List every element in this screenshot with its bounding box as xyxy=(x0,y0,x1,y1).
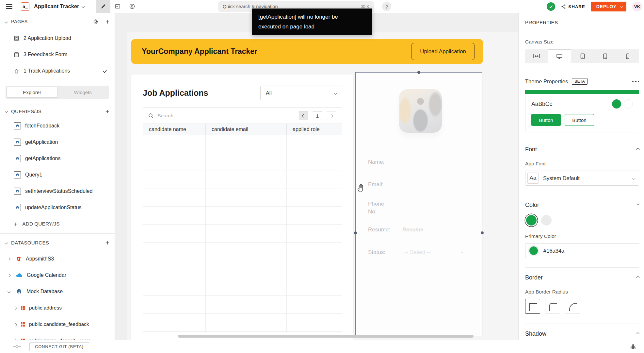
canvas-size-phone-option[interactable] xyxy=(617,49,639,63)
canvas-size-fluid-option[interactable] xyxy=(525,49,548,63)
sidebar-item-query-updateapplicationstatus[interactable]: updateApplicationStatus xyxy=(0,199,115,216)
expand-chevron-right-icon[interactable] xyxy=(14,305,17,311)
app-title[interactable]: Applicant Tracker xyxy=(34,3,79,9)
status-chevron-down-icon[interactable] xyxy=(460,250,464,254)
sidebar-item-datasource-mock-database[interactable]: Mock Database xyxy=(0,283,115,300)
hamburger-menu-icon[interactable] xyxy=(6,4,12,9)
table-row[interactable] xyxy=(143,207,342,225)
resume-link[interactable]: Resume xyxy=(402,227,423,233)
tab-widgets[interactable]: Widgets xyxy=(58,87,108,98)
table-row[interactable] xyxy=(143,189,342,207)
table-row[interactable] xyxy=(143,260,342,278)
connect-git-button[interactable]: CONNECT GIT (BETA) xyxy=(29,342,89,351)
resize-handle-top[interactable] xyxy=(417,71,420,74)
sidebar-item-query-query1[interactable]: Query1 xyxy=(0,167,115,183)
column-header[interactable]: applied role xyxy=(287,124,342,135)
expand-chevron-right-icon[interactable] xyxy=(14,338,17,340)
sidebar-item-query-fetchfeedback[interactable]: fetchFeedback xyxy=(0,118,115,134)
share-button[interactable]: SHARE xyxy=(561,4,585,9)
table-search-input[interactable] xyxy=(157,113,299,119)
detail-container-widget[interactable]: Name: Email: Phone No: Resume: Resume St… xyxy=(355,72,482,336)
collapse-chevron-down-icon[interactable] xyxy=(8,291,12,293)
app-font-select[interactable]: Aa System Default xyxy=(525,171,639,186)
theme-secondary-dot[interactable] xyxy=(624,99,633,109)
color-section-header[interactable]: Color xyxy=(525,202,639,209)
app-header-banner[interactable]: YourCompany Applicant Tracker Upload App… xyxy=(131,39,483,64)
previous-page-button[interactable] xyxy=(299,111,308,120)
table-row[interactable] xyxy=(143,314,342,332)
debug-bug-icon[interactable] xyxy=(630,344,636,350)
expand-chevron-right-icon[interactable] xyxy=(14,321,17,327)
user-avatar[interactable]: VK xyxy=(632,2,642,11)
queries-section-header[interactable]: QUERIES/JS + xyxy=(0,105,115,118)
edit-mode-button[interactable] xyxy=(96,0,110,13)
theme-outline-button-preview[interactable]: Button xyxy=(565,114,594,126)
app-title-chevron-down-icon[interactable] xyxy=(82,5,85,8)
table-row[interactable] xyxy=(143,135,342,153)
font-section-header[interactable]: Font xyxy=(525,146,639,153)
datasources-section-header[interactable]: DATASOURCES + xyxy=(0,234,115,251)
help-button[interactable]: ? xyxy=(382,2,391,11)
sidebar-item-page-application-upload[interactable]: 2 Application Upload xyxy=(0,30,115,46)
sidebar-item-table-public-candidate-feedback[interactable]: public.candidate_feedback xyxy=(0,316,115,332)
column-header[interactable]: candidate email xyxy=(206,124,287,135)
sidebar-item-table-public-demo-deposit-users[interactable]: public.demo_deposit_users xyxy=(0,332,115,340)
deploy-button[interactable]: DEPLOY xyxy=(591,2,626,11)
sidebar-item-query-getapplications[interactable]: getApplications xyxy=(0,150,115,167)
sidebar-item-page-feedback-form[interactable]: 3 Feeedback Form xyxy=(0,46,115,63)
preview-mode-button[interactable] xyxy=(125,0,139,13)
canvas[interactable]: YourCompany Applicant Tracker Upload App… xyxy=(115,13,518,340)
pages-settings-gear-icon[interactable] xyxy=(93,19,98,24)
table-row[interactable] xyxy=(143,225,342,243)
horizontal-scrollbar[interactable] xyxy=(178,335,474,338)
expand-chevron-right-icon[interactable] xyxy=(8,258,12,260)
upload-application-button[interactable]: Upload Application xyxy=(411,43,475,60)
status-filter-select[interactable]: All xyxy=(260,86,342,100)
green-color-swatch[interactable] xyxy=(526,215,537,226)
pages-section-header[interactable]: PAGES + xyxy=(0,13,115,30)
border-radius-sharp-option[interactable] xyxy=(525,299,540,314)
primary-color-input[interactable]: #16a34a xyxy=(525,243,639,258)
status-select[interactable]: -- Select -- xyxy=(405,249,430,256)
add-page-button[interactable]: + xyxy=(105,18,109,25)
font-collapse-chevron-up-icon[interactable] xyxy=(636,148,640,151)
canvas-size-desktop-option[interactable] xyxy=(548,49,571,63)
theme-more-options-icon[interactable] xyxy=(632,81,639,82)
canvas-size-tablet-option[interactable] xyxy=(594,49,616,63)
expand-chevron-right-icon[interactable] xyxy=(8,274,12,277)
comments-mode-button[interactable] xyxy=(110,0,125,13)
page-number[interactable]: 1 xyxy=(313,111,322,120)
sidebar-item-page-track-applications[interactable]: 1 Track Applications xyxy=(0,63,115,79)
add-query-js-button[interactable]: + ADD QUERY/JS xyxy=(0,216,115,232)
gray-color-swatch[interactable] xyxy=(541,215,552,226)
canvas-size-tablet-large-option[interactable] xyxy=(571,49,594,63)
theme-accent-dot[interactable] xyxy=(612,99,621,109)
datasources-collapse-chevron-icon[interactable] xyxy=(5,241,8,244)
resize-handle-left[interactable] xyxy=(354,231,357,234)
sidebar-item-datasource-google-calendar[interactable]: Google Calendar xyxy=(0,267,115,283)
tab-explorer[interactable]: Explorer xyxy=(7,87,58,98)
sidebar-item-query-getapplication[interactable]: getApplication xyxy=(0,134,115,150)
border-section-header[interactable]: Border xyxy=(525,274,639,281)
color-collapse-chevron-up-icon[interactable] xyxy=(636,204,640,207)
table-row[interactable] xyxy=(143,171,342,189)
shadow-collapse-chevron-up-icon[interactable] xyxy=(636,332,640,336)
border-radius-rounded-option[interactable] xyxy=(545,299,560,314)
column-header[interactable]: candidate name xyxy=(143,124,206,135)
border-radius-round-option[interactable] xyxy=(565,299,580,314)
app-logo[interactable]: a_ xyxy=(21,2,29,11)
add-datasource-button[interactable]: + xyxy=(105,239,109,246)
sidebar-item-datasource-appsmiths3[interactable]: AppsmithS3 xyxy=(0,251,115,267)
shadow-section-header[interactable]: Shadow xyxy=(525,330,639,337)
table-row[interactable] xyxy=(143,278,342,296)
border-collapse-chevron-up-icon[interactable] xyxy=(636,276,640,279)
next-page-button[interactable] xyxy=(327,111,336,120)
job-applications-widget[interactable]: Job Applications All 1 xyxy=(131,75,353,340)
table-row[interactable] xyxy=(143,243,342,261)
resize-handle-right[interactable] xyxy=(481,231,484,234)
table-row[interactable] xyxy=(143,153,342,171)
theme-filled-button-preview[interactable]: Button xyxy=(531,114,561,126)
sidebar-item-query-setinterviewstatusscheduled[interactable]: setInterviewStatusScheduled xyxy=(0,183,115,199)
sidebar-item-table-public-address[interactable]: public.address xyxy=(0,300,115,316)
add-query-button[interactable]: + xyxy=(105,108,109,115)
